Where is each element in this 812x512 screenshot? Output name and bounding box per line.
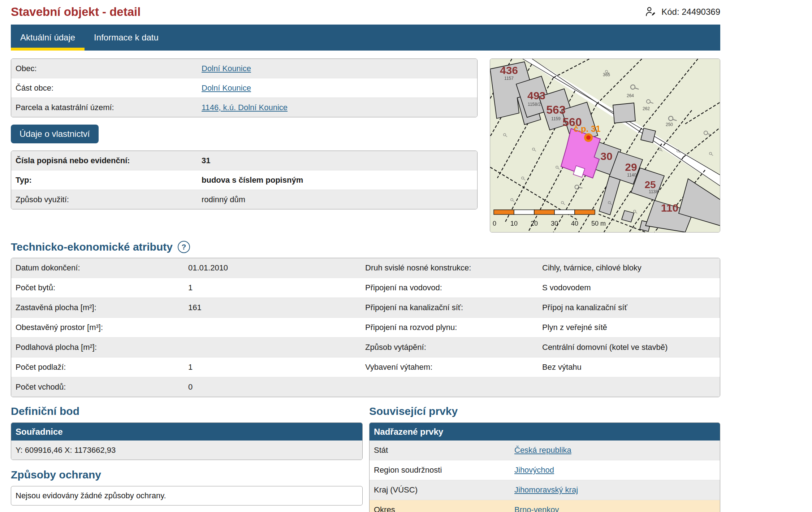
table-row: Parcela a katastrální území: 1146, k.ú. …: [11, 97, 477, 117]
row-value: Přípoj na kanalizační síť: [542, 303, 720, 312]
map-number-365: 365: [603, 72, 610, 77]
location-table: Obec: Dolní Kounice Část obce: Dolní Kou…: [11, 58, 478, 117]
map-parcel-30: 30: [600, 150, 612, 162]
map-number-1157: 1157: [504, 76, 514, 81]
tab-info-to-date[interactable]: Informace k datu: [85, 25, 168, 51]
map-parcel-436: 436: [500, 64, 518, 76]
row-label: Obestavěný prostor [m³]:: [11, 323, 188, 332]
table-row: Obestavěný prostor [m³]: Připojení na ro…: [11, 317, 720, 337]
row-label: Počet vchodů:: [11, 382, 188, 392]
definition-point-heading: Definiční bod: [11, 405, 363, 420]
coordinates-value: Y: 609916,46 X: 1173662,93: [11, 446, 116, 455]
row-label: Počet bytů:: [11, 283, 188, 292]
map-building-number-label: č.p. 31: [573, 124, 600, 134]
district-link[interactable]: Brno-venkov: [514, 505, 559, 512]
row-label: Počet podlaží:: [11, 363, 188, 372]
coordinates-table-header: Souřadnice: [11, 423, 362, 441]
row-value: Plyn z veřejné sítě: [542, 323, 720, 332]
municipality-part-link[interactable]: Dolní Kounice: [202, 83, 251, 93]
help-icon[interactable]: ?: [178, 241, 190, 253]
row-label: Obec:: [11, 64, 202, 73]
map-parcel-25: 25: [644, 179, 656, 190]
state-link[interactable]: Česká republika: [514, 446, 571, 455]
table-row-highlighted: Okres Brno-venkov: [370, 500, 720, 512]
row-label: Připojení na kanalizační síť:: [365, 303, 542, 312]
row-value: budova s číslem popisným: [202, 175, 303, 185]
parent-elements-table-header: Nadřazené prvky: [370, 423, 720, 441]
scale-tick: 0: [493, 220, 496, 227]
building-table: Čísla popisná nebo evidenční: 31 Typ: bu…: [11, 151, 478, 209]
cohesion-region-link[interactable]: Jihovýchod: [514, 465, 554, 475]
coordinates-table: Souřadnice Y: 609916,46 X: 1173662,93: [11, 422, 363, 460]
row-label: Parcela a katastrální území:: [11, 103, 202, 112]
table-row: Způsob využití: rodinný dům: [11, 190, 477, 209]
ownership-data-button[interactable]: Údaje o vlastnictví: [11, 125, 99, 143]
scale-tick: 20: [531, 220, 538, 227]
parent-elements-table: Nadřazené prvky Stát Česká republika Reg…: [369, 422, 720, 512]
page-title: Stavební objekt - detail: [11, 5, 141, 19]
parcel-link[interactable]: 1146, k.ú. Dolní Kounice: [202, 103, 288, 112]
map-number-1140: 1140: [627, 173, 636, 178]
table-row: Počet podlaží: 1 Vybavení výtahem: Bez v…: [11, 357, 720, 377]
tab-current-data-label: Aktuální údaje: [20, 32, 75, 43]
map-parcel-493: 493: [527, 90, 545, 101]
map-number-250: 250: [666, 122, 673, 127]
row-value: 31: [202, 156, 210, 165]
map-number-1159: 1159: [551, 116, 561, 121]
row-label: Připojení na rozvod plynu:: [365, 323, 542, 332]
row-label: Čísla popisná nebo evidenční:: [11, 156, 202, 165]
row-value: 0: [188, 382, 365, 392]
table-row: Zastavěná plocha [m²]: 161 Připojení na …: [11, 298, 720, 317]
row-value: rodinný dům: [202, 195, 245, 204]
row-label: Region soudržnosti: [370, 465, 514, 475]
protection-note-text: Nejsou evidovány žádné způsoby ochrany.: [16, 491, 166, 500]
map-parcel-29: 29: [625, 161, 637, 173]
tab-current-data[interactable]: Aktuální údaje: [11, 25, 85, 51]
protection-heading: Způsoby ochrany: [11, 469, 363, 483]
municipality-link[interactable]: Dolní Kounice: [202, 64, 251, 73]
table-row: Typ: budova s číslem popisným: [11, 170, 477, 190]
object-code-label: Kód: 24490369: [661, 7, 720, 17]
region-link[interactable]: Jihomoravský kraj: [514, 485, 578, 495]
cadastral-map[interactable]: 436 493 563 560 30 29 25 110 1157 1158/2…: [490, 58, 720, 233]
row-label: Datum dokončení:: [11, 263, 188, 273]
row-value: Bez výtahu: [542, 363, 720, 372]
scale-tick: 10: [510, 220, 518, 227]
map-number-264: 264: [627, 93, 634, 98]
row-label: Vybavení výtahem:: [365, 363, 542, 372]
row-label: Zastavěná plocha [m²]:: [11, 303, 188, 312]
row-label: Podlahová plocha [m²]:: [11, 343, 188, 352]
table-row: Kraj (VÚSC) Jihomoravský kraj: [370, 480, 720, 500]
row-value: 1: [188, 363, 365, 372]
row-label: Okres: [370, 505, 514, 512]
row-value: 01.01.2010: [188, 263, 365, 273]
map-number-1158-2: 1158/2: [528, 102, 541, 107]
scale-tick: 40: [571, 220, 578, 227]
table-row: Část obce: Dolní Kounice: [11, 78, 477, 97]
row-value: Centrální domovní (kotel ve stavbě): [542, 343, 720, 352]
table-row: Počet bytů: 1 Připojení na vodovod: S vo…: [11, 278, 720, 298]
scale-tick: 30: [551, 220, 558, 227]
row-label: Kraj (VÚSC): [370, 485, 514, 495]
table-row: Y: 609916,46 X: 1173662,93: [11, 441, 362, 460]
row-value: Cihly, tvárnice, cihlové bloky: [542, 263, 720, 273]
related-elements-heading: Související prvky: [369, 405, 458, 420]
page-header: Stavební objekt - detail Kód: 24490369: [0, 0, 812, 20]
table-row: Čísla popisná nebo evidenční: 31: [11, 151, 477, 170]
tech-attributes-heading: Technicko-ekonomické atributy ?: [11, 240, 720, 254]
tab-bar: Aktuální údaje Informace k datu: [11, 25, 720, 51]
row-label: Typ:: [11, 175, 202, 185]
tab-info-to-date-label: Informace k datu: [94, 32, 159, 43]
scale-tick: 50 m: [591, 220, 606, 227]
map-number-262: 262: [643, 106, 650, 111]
table-row: Datum dokončení: 01.01.2010 Druh svislé …: [11, 258, 720, 278]
row-label: Připojení na vodovod:: [365, 283, 542, 292]
table-row: Počet vchodů: 0: [11, 377, 720, 397]
map-number-1138: 1138: [649, 189, 658, 194]
row-label: Stát: [370, 446, 514, 455]
tech-attributes-table: Datum dokončení: 01.01.2010 Druh svislé …: [11, 258, 720, 397]
table-row: Obec: Dolní Kounice: [11, 59, 477, 78]
row-value: 1: [188, 283, 365, 292]
protection-note: Nejsou evidovány žádné způsoby ochrany.: [11, 486, 363, 506]
table-row: Region soudržnosti Jihovýchod: [370, 460, 720, 480]
